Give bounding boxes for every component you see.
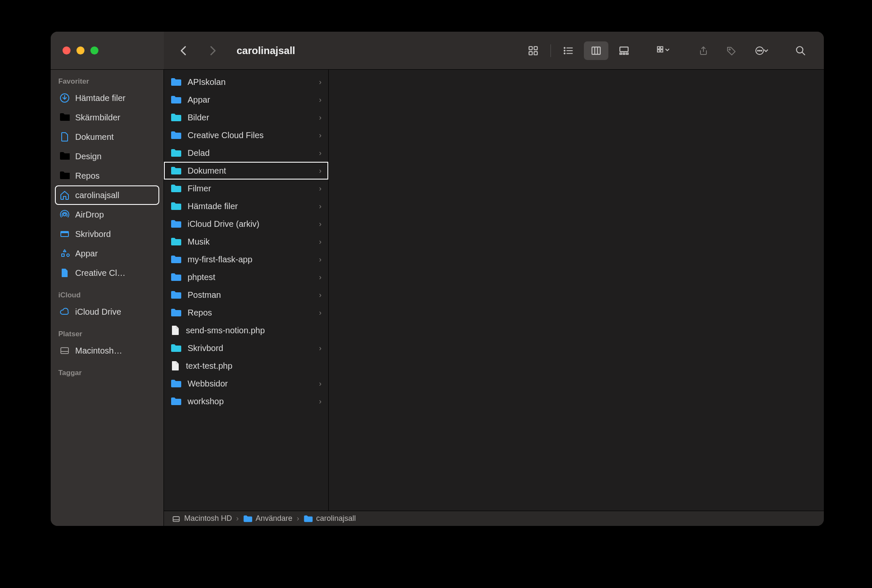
folder-icon bbox=[171, 148, 182, 158]
window-controls bbox=[51, 32, 164, 69]
sidebar-item-label: Repos bbox=[75, 171, 100, 181]
sidebar-item-design[interactable]: Design bbox=[55, 147, 159, 166]
list-item[interactable]: Creative Cloud Files› bbox=[164, 126, 328, 144]
list-item[interactable]: Appar› bbox=[164, 91, 328, 109]
svg-rect-19 bbox=[657, 49, 659, 52]
list-item[interactable]: Delad› bbox=[164, 144, 328, 162]
list-item[interactable]: iCloud Drive (arkiv)› bbox=[164, 215, 328, 233]
view-icons-button[interactable] bbox=[521, 41, 545, 60]
item-label: iCloud Drive (arkiv) bbox=[188, 219, 313, 229]
airdrop-icon bbox=[59, 209, 70, 220]
action-menu-button[interactable] bbox=[747, 41, 777, 60]
desktop-icon bbox=[59, 229, 70, 240]
list-item[interactable]: Skrivbord› bbox=[164, 339, 328, 357]
sidebar-item-label: Appar bbox=[75, 249, 98, 259]
sidebar-item-dokument[interactable]: Dokument bbox=[55, 127, 159, 147]
tag-icon bbox=[726, 46, 736, 56]
sidebar-item-label: Design bbox=[75, 152, 101, 161]
chevron-right-icon: › bbox=[319, 78, 322, 87]
item-label: Filmer bbox=[188, 184, 313, 193]
list-item[interactable]: workshop› bbox=[164, 392, 328, 410]
item-label: Hämtade filer bbox=[188, 201, 313, 211]
close-window-button[interactable] bbox=[63, 46, 71, 54]
item-label: Webbsidor bbox=[188, 379, 313, 389]
sidebar-item-label: Skärmbilder bbox=[75, 113, 120, 122]
sidebar-item-icloud-drive[interactable]: iCloud Drive bbox=[55, 302, 159, 321]
sidebar-item-repos[interactable]: Repos bbox=[55, 166, 159, 185]
search-button[interactable] bbox=[788, 41, 813, 60]
sidebar-item-carolinajsall[interactable]: carolinajsall bbox=[55, 185, 159, 205]
chevron-right-icon: › bbox=[319, 220, 322, 229]
chevron-right-icon: › bbox=[319, 237, 322, 246]
sidebar-item-macintosh-[interactable]: Macintosh… bbox=[55, 341, 159, 360]
item-label: APIskolan bbox=[188, 77, 313, 87]
breadcrumb[interactable]: Macintosh HD bbox=[172, 514, 232, 523]
list-item[interactable]: my-first-flask-app› bbox=[164, 250, 328, 268]
list-item[interactable]: Bilder› bbox=[164, 109, 328, 126]
share-button[interactable] bbox=[691, 41, 716, 60]
list-item[interactable]: phptest› bbox=[164, 268, 328, 286]
svg-point-6 bbox=[564, 50, 565, 51]
sidebar-item-label: carolinajsall bbox=[75, 191, 120, 200]
sidebar-item-creative-cl-[interactable]: Creative Cl… bbox=[55, 263, 159, 283]
group-by-button[interactable] bbox=[648, 41, 679, 60]
sidebar-item-appar[interactable]: Appar bbox=[55, 244, 159, 263]
item-label: Repos bbox=[188, 308, 313, 318]
breadcrumb-label: Användare bbox=[256, 514, 292, 523]
sidebar-item-label: Macintosh… bbox=[75, 346, 122, 356]
tags-button[interactable] bbox=[719, 41, 744, 60]
list-item[interactable]: APIskolan› bbox=[164, 73, 328, 91]
list-item[interactable]: Filmer› bbox=[164, 180, 328, 197]
list-item[interactable]: Postman› bbox=[164, 286, 328, 304]
finder-window: carolinajsall bbox=[51, 32, 824, 526]
sidebar-item-airdrop[interactable]: AirDrop bbox=[55, 205, 159, 224]
view-list-button[interactable] bbox=[556, 41, 580, 60]
toolbar-actions bbox=[685, 41, 782, 60]
svg-rect-3 bbox=[534, 52, 537, 55]
item-label: Creative Cloud Files bbox=[188, 131, 313, 140]
sidebar-item-h-mtade-filer[interactable]: Hämtade filer bbox=[55, 88, 159, 108]
gallery-icon bbox=[619, 45, 629, 56]
cc-icon bbox=[59, 267, 70, 278]
sidebar-section-title: iCloud bbox=[55, 289, 159, 302]
list-item[interactable]: text-test.php bbox=[164, 357, 328, 375]
view-columns-button[interactable] bbox=[584, 41, 608, 60]
svg-rect-17 bbox=[657, 46, 659, 49]
sidebar-item-label: Creative Cl… bbox=[75, 268, 125, 278]
list-item[interactable]: Dokument› bbox=[164, 162, 328, 180]
maximize-window-button[interactable] bbox=[90, 46, 98, 54]
list-item[interactable]: Hämtade filer› bbox=[164, 197, 328, 215]
folder-icon bbox=[59, 112, 70, 123]
breadcrumb[interactable]: Användare bbox=[243, 514, 292, 523]
svg-rect-13 bbox=[620, 47, 628, 52]
svg-rect-0 bbox=[529, 46, 532, 50]
sidebar-item-skrivbord[interactable]: Skrivbord bbox=[55, 224, 159, 244]
view-gallery-button[interactable] bbox=[612, 41, 636, 60]
list-item[interactable]: Musik› bbox=[164, 233, 328, 250]
column-empty bbox=[329, 70, 824, 526]
list-item[interactable]: send-sms-notion.php bbox=[164, 321, 328, 339]
file-icon bbox=[171, 360, 180, 371]
download-circle-icon bbox=[59, 93, 70, 103]
breadcrumb-label: carolinajsall bbox=[316, 514, 356, 523]
search-icon bbox=[795, 45, 806, 56]
back-button[interactable] bbox=[172, 41, 196, 60]
ellipsis-circle-icon bbox=[755, 46, 769, 56]
document-icon bbox=[59, 131, 70, 142]
minimize-window-button[interactable] bbox=[76, 46, 84, 54]
breadcrumb-label: Macintosh HD bbox=[184, 514, 232, 523]
sidebar-item-sk-rmbilder[interactable]: Skärmbilder bbox=[55, 108, 159, 127]
file-icon bbox=[171, 325, 180, 336]
list-icon bbox=[563, 45, 574, 56]
list-item[interactable]: Repos› bbox=[164, 304, 328, 321]
folder-icon bbox=[59, 170, 70, 181]
folder-icon bbox=[171, 184, 182, 193]
list-item[interactable]: Webbsidor› bbox=[164, 375, 328, 392]
item-label: my-first-flask-app bbox=[188, 255, 313, 264]
svg-line-27 bbox=[802, 52, 805, 55]
sidebar-section-title: Favoriter bbox=[55, 75, 159, 88]
chevron-right-icon: › bbox=[319, 184, 322, 193]
breadcrumb[interactable]: carolinajsall bbox=[303, 514, 356, 523]
forward-button[interactable] bbox=[200, 41, 225, 60]
chevron-right-icon: › bbox=[319, 291, 322, 299]
